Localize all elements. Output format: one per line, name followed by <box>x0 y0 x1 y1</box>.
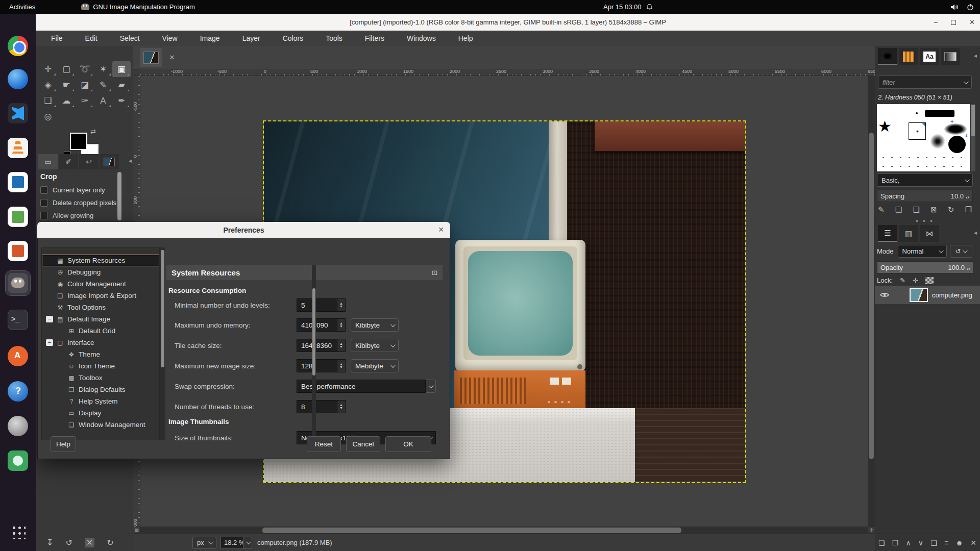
tab-brushes[interactable] <box>878 48 897 65</box>
pref-tree-image-import-export[interactable]: ❑ Image Import & Export <box>42 290 159 302</box>
tile-cache-unit-dropdown[interactable]: Kibibyte <box>351 339 399 352</box>
menu-item[interactable]: Edit <box>74 32 109 44</box>
maximize-button[interactable] <box>951 20 956 25</box>
eraser-tool-icon[interactable]: ▰ <box>112 77 131 93</box>
threads-input[interactable]: 8 <box>297 400 337 413</box>
image-tab-close-icon[interactable]: ✕ <box>165 51 179 64</box>
tab-patterns[interactable] <box>899 48 918 65</box>
lock-alpha-icon[interactable] <box>925 277 934 284</box>
brush-dot[interactable] <box>916 112 918 114</box>
spinner-arrows-icon[interactable]: ▴▾ <box>967 267 970 270</box>
delete-layer-icon[interactable]: ✕ <box>970 539 976 547</box>
brush-group-dropdown[interactable]: Basic, <box>877 173 973 187</box>
max-image-size-unit-dropdown[interactable]: Mebibyte <box>351 359 399 372</box>
fuzzy-select-tool-icon[interactable]: ✶ <box>94 61 112 77</box>
crop-option-checkbox[interactable]: Allow growing <box>40 209 125 222</box>
swap-compression-dropdown-button[interactable] <box>426 380 436 393</box>
spinner-arrows-icon[interactable]: ▲▼ <box>337 400 346 413</box>
help-button[interactable]: Help <box>51 436 76 452</box>
gimp-title-bar[interactable]: [computer] (imported)-1.0 (RGB color 8-b… <box>36 14 980 31</box>
text-tool-icon[interactable]: A <box>94 93 112 109</box>
collapse-panel-icon[interactable]: ◂ <box>974 229 977 236</box>
menu-item[interactable]: View <box>151 32 189 44</box>
rectangle-select-tool-icon[interactable]: ▢ <box>57 61 76 77</box>
tab-fonts[interactable]: Aa <box>920 48 939 65</box>
layer-opacity-slider[interactable]: Opacity 100.0▴▾ <box>877 261 974 273</box>
show-applications-icon[interactable] <box>10 524 26 539</box>
pref-tree-color-management[interactable]: ◉ Color Management <box>42 278 159 290</box>
ruler-origin-button[interactable] <box>133 69 140 76</box>
dock-software-icon[interactable] <box>6 344 30 368</box>
max-image-size-input[interactable]: 128 <box>297 359 337 372</box>
foreground-color-swatch[interactable] <box>70 133 87 150</box>
menu-item[interactable]: Filters <box>354 32 396 44</box>
open-brush-as-image-icon[interactable]: ❐ <box>965 205 972 214</box>
dock-help-icon[interactable] <box>6 379 30 404</box>
pref-tree-dialog-defaults[interactable]: ❐ Dialog Defaults <box>42 384 159 395</box>
collapse-panel-icon[interactable]: ◂ <box>974 52 977 59</box>
menu-item[interactable]: Layer <box>231 32 272 44</box>
add-mask-icon[interactable]: ☻ <box>955 539 963 547</box>
undo-memory-input[interactable]: 4107090 <box>297 318 337 332</box>
pref-tree-toolbox[interactable]: ▩ Toolbox <box>42 372 159 384</box>
tab-image-thumbnail[interactable] <box>100 154 119 169</box>
crop-option-checkbox[interactable]: Current layer only <box>40 184 125 196</box>
collapse-panel-icon[interactable]: ◂ <box>129 157 132 169</box>
spinner-arrows-icon[interactable]: ▲▼ <box>337 298 346 312</box>
activities-button[interactable]: Activities <box>0 0 44 14</box>
paintbrush-tool-icon[interactable]: ✎ <box>94 77 112 93</box>
new-layer-group-icon[interactable]: ❐ <box>892 539 899 547</box>
menu-item[interactable]: Image <box>189 32 231 44</box>
refresh-brushes-icon[interactable]: ↻ <box>948 205 954 214</box>
pref-tree-default-grid[interactable]: ⊞ Default Grid <box>42 325 159 337</box>
transform-tool-icon[interactable]: ◈ <box>39 77 57 93</box>
menu-item[interactable]: Windows <box>396 32 447 44</box>
menu-item[interactable]: Colors <box>272 32 314 44</box>
undo-levels-input[interactable]: 5 <box>297 298 337 312</box>
tab-layers[interactable]: ☰ <box>878 225 897 242</box>
tab-undo-history[interactable]: ↩ <box>79 154 99 169</box>
dock-impress-icon[interactable] <box>6 239 30 263</box>
spinner-arrows-icon[interactable]: ▲▼ <box>337 339 346 352</box>
brush-selected-hardness-050[interactable] <box>909 122 926 140</box>
new-brush-icon[interactable]: ❏ <box>895 205 902 214</box>
handle-transform-tool-icon[interactable]: ☛ <box>57 77 76 93</box>
reset-button[interactable]: Reset <box>307 436 341 452</box>
lock-pixels-icon[interactable]: ✎ <box>900 277 905 284</box>
tab-channels[interactable]: ▥ <box>899 225 918 242</box>
canvas-vertical-scrollbar[interactable] <box>868 76 875 527</box>
menu-item[interactable]: Tools <box>314 32 354 44</box>
duplicate-brush-icon[interactable]: ❑ <box>913 205 919 214</box>
lock-position-icon[interactable]: ✛ <box>913 277 918 284</box>
free-select-tool-icon[interactable]: ➰ <box>76 61 94 77</box>
restore-tool-preset-icon[interactable]: ↺ <box>65 538 72 547</box>
tile-cache-input[interactable]: 16428360 <box>297 339 337 352</box>
navigation-preview-button[interactable]: ✛ <box>868 527 875 534</box>
dock-firefox-icon[interactable] <box>6 67 30 91</box>
brush-grid[interactable]: ★ + + <box>877 104 970 171</box>
smudge-tool-icon[interactable]: ☁ <box>57 93 76 109</box>
tab-gradients[interactable] <box>941 48 960 65</box>
minimize-button[interactable]: – <box>934 18 938 26</box>
pref-tree-debugging[interactable]: ✇ Debugging <box>42 266 159 278</box>
crop-option-checkbox[interactable]: Delete cropped pixels <box>40 196 125 209</box>
content-scrollbar[interactable] <box>312 265 316 447</box>
ok-button[interactable]: OK <box>385 436 431 452</box>
pref-tree-icon-theme[interactable]: ☺ Icon Theme <box>42 360 159 372</box>
menu-item[interactable]: Help <box>447 32 484 44</box>
focused-app-menu[interactable]: GNU Image Manipulation Program <box>81 3 194 11</box>
new-layer-icon[interactable]: ❏ <box>878 539 885 547</box>
spinner-arrows-icon[interactable]: ▲▼ <box>337 359 346 372</box>
pref-tree-default-image[interactable]: − ▤ Default Image <box>42 313 159 325</box>
pref-tree-tool-options[interactable]: ⚒ Tool Options <box>42 302 159 313</box>
layer-row-computer-png[interactable]: computer.png <box>875 286 980 304</box>
spinner-arrows-icon[interactable]: ▴▾ <box>966 196 969 198</box>
dock-vscode-icon[interactable] <box>6 101 30 126</box>
delete-tool-preset-icon[interactable]: ✕ <box>85 538 94 547</box>
dock-gimp-icon[interactable] <box>6 271 30 295</box>
undo-memory-unit-dropdown[interactable]: Kibibyte <box>351 318 399 332</box>
merge-layer-icon[interactable]: ≡ <box>944 539 948 547</box>
pref-tree-theme[interactable]: ❖ Theme <box>42 348 159 360</box>
brush-filter-input[interactable]: filter <box>878 76 972 89</box>
duplicate-layer-icon[interactable]: ❑ <box>930 539 937 547</box>
